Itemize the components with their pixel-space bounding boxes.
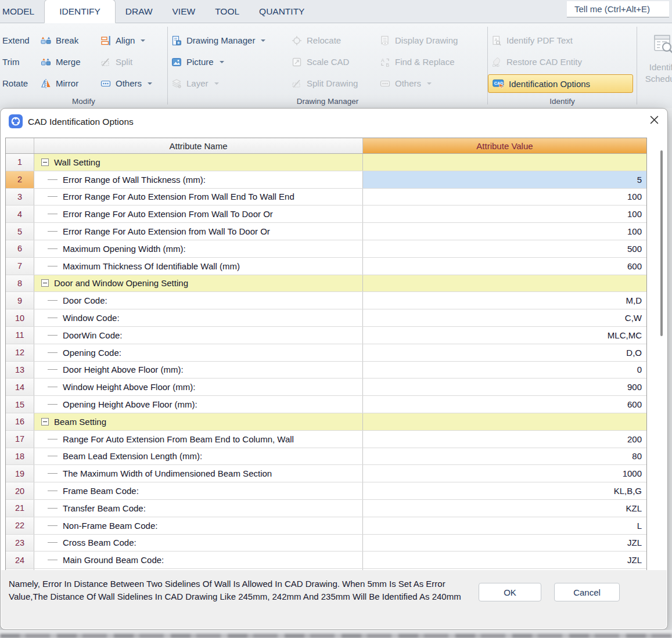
row-number-cell[interactable]: 15: [6, 396, 34, 413]
identify-schedule-button[interactable]: Identify Schedule: [639, 30, 672, 105]
close-button[interactable]: [646, 113, 662, 129]
attribute-value-cell[interactable]: 600: [363, 258, 646, 275]
row-number-cell[interactable]: 4: [6, 206, 34, 222]
row-number-cell[interactable]: 18: [6, 448, 34, 465]
display-drawing-button[interactable]: Display Drawing: [376, 30, 482, 51]
find-replace-button[interactable]: ABFind & Replace: [376, 51, 482, 73]
attribute-value-cell[interactable]: 100: [363, 206, 646, 222]
attribute-name-cell[interactable]: Error Range For Auto Extension From Wall…: [34, 189, 363, 206]
mirror-button[interactable]: Mirror: [37, 73, 97, 94]
row-number-cell[interactable]: 10: [6, 309, 34, 326]
collapse-toggle-icon[interactable]: [41, 279, 49, 287]
attribute-value-cell[interactable]: MLC,MC: [363, 327, 646, 344]
row-number-cell[interactable]: 22: [6, 517, 34, 534]
attribute-value-cell[interactable]: [363, 275, 646, 292]
attribute-name-cell[interactable]: Maximum Thickness Of Identifiable Wall (…: [34, 258, 363, 275]
attribute-name-cell[interactable]: Frame Beam Code:: [34, 482, 363, 499]
row-number-cell[interactable]: 17: [6, 431, 34, 448]
attribute-value-cell[interactable]: M,D: [363, 292, 646, 309]
row-number-cell[interactable]: 5: [6, 223, 34, 240]
row-number-cell[interactable]: 2: [6, 171, 34, 188]
picture-button[interactable]: Picture: [168, 51, 288, 73]
row-number-cell[interactable]: 16: [6, 413, 34, 430]
attribute-name-cell[interactable]: Beam Lead Extension Length (mm):: [34, 448, 363, 465]
tab-model[interactable]: MODEL: [0, 0, 44, 23]
tab-draw[interactable]: DRAW: [116, 0, 163, 23]
attribute-value-cell[interactable]: 600: [363, 396, 646, 413]
row-number-cell[interactable]: 9: [6, 292, 34, 309]
others-button[interactable]: Others: [376, 73, 482, 94]
row-number-cell[interactable]: 14: [6, 379, 34, 395]
attribute-value-cell[interactable]: L: [363, 517, 646, 534]
extend-button[interactable]: Extend: [0, 30, 37, 51]
attribute-name-cell[interactable]: Beam Setting: [34, 413, 363, 430]
scale-cad-button[interactable]: Scale CAD: [288, 51, 376, 73]
row-number-cell[interactable]: 13: [6, 362, 34, 379]
attribute-value-cell[interactable]: [363, 154, 646, 171]
vertical-scrollbar-thumb[interactable]: [660, 150, 663, 336]
collapse-toggle-icon[interactable]: [41, 158, 49, 166]
attribute-value-cell[interactable]: 100: [363, 223, 646, 240]
split-button[interactable]: Split: [97, 51, 165, 73]
tell-me-search-input[interactable]: Tell me (Ctrl+Alt+E): [567, 1, 669, 17]
break-button[interactable]: Break: [37, 30, 97, 51]
attribute-name-cell[interactable]: Door Height Above Floor (mm):: [34, 362, 363, 379]
row-number-cell[interactable]: 6: [6, 240, 34, 257]
trim-button[interactable]: Trim: [0, 51, 37, 73]
attribute-value-cell[interactable]: [363, 413, 646, 430]
attribute-value-cell[interactable]: 200: [363, 431, 646, 448]
attribute-value-cell[interactable]: 80: [363, 448, 646, 465]
attribute-name-cell[interactable]: DoorWin Code:: [34, 327, 363, 344]
relocate-button[interactable]: Relocate: [288, 30, 376, 51]
attribute-value-cell[interactable]: 1000: [363, 465, 646, 482]
row-number-cell[interactable]: 21: [6, 500, 34, 517]
align-button[interactable]: Align: [97, 30, 165, 51]
attribute-name-cell[interactable]: Cross Beam Code:: [34, 535, 363, 552]
row-number-cell[interactable]: 11: [6, 327, 34, 344]
attribute-name-cell[interactable]: The Maximum Width of Undimensioned Beam …: [34, 465, 363, 482]
attribute-name-cell[interactable]: Door and Window Opening Setting: [34, 275, 363, 292]
row-number-cell[interactable]: 1: [6, 154, 34, 171]
attribute-name-cell[interactable]: Range For Auto Extension From Beam End t…: [34, 431, 363, 448]
others-button[interactable]: Others: [97, 73, 165, 94]
attribute-name-cell[interactable]: Error Range For Auto Extension From Wall…: [34, 206, 363, 222]
collapse-toggle-icon[interactable]: [41, 418, 49, 426]
attribute-name-cell[interactable]: Window Height Above Floor (mm):: [34, 379, 363, 395]
tab-tool[interactable]: TOOL: [205, 0, 249, 23]
attribute-name-cell[interactable]: Maximum Opening Width (mm):: [34, 240, 363, 257]
attribute-name-cell[interactable]: Window Code:: [34, 309, 363, 326]
restore-cad-entity-button[interactable]: CADRestore CAD Entity: [488, 51, 633, 73]
attribute-name-cell[interactable]: Error Range For Auto Extension from Wall…: [34, 223, 363, 240]
row-number-cell[interactable]: 7: [6, 258, 34, 275]
attribute-value-cell[interactable]: 0: [363, 362, 646, 379]
attribute-value-cell[interactable]: C,W: [363, 309, 646, 326]
row-number-cell[interactable]: 12: [6, 344, 34, 361]
attribute-name-cell[interactable]: Wall Setting: [34, 154, 363, 171]
layer-button[interactable]: Layer: [168, 73, 288, 94]
cancel-button[interactable]: Cancel: [554, 583, 620, 601]
split-drawing-button[interactable]: Split Drawing: [288, 73, 376, 94]
attribute-value-cell[interactable]: KL,B,G: [363, 482, 646, 499]
attribute-value-cell[interactable]: KZL: [363, 500, 646, 517]
attribute-name-cell[interactable]: Opening Height Above Floor (mm):: [34, 396, 363, 413]
attribute-value-cell[interactable]: JZL: [363, 552, 646, 568]
attribute-value-cell[interactable]: 100: [363, 189, 646, 206]
attribute-value-cell[interactable]: 5: [363, 171, 646, 188]
attribute-value-cell[interactable]: 500: [363, 240, 646, 257]
tab-view[interactable]: VIEW: [163, 0, 206, 23]
drawing-manager-button[interactable]: Drawing Manager: [168, 30, 288, 51]
attribute-name-cell[interactable]: Door Code:: [34, 292, 363, 309]
tab-identify[interactable]: IDENTIFY: [44, 0, 116, 23]
attribute-value-cell[interactable]: 900: [363, 379, 646, 395]
merge-button[interactable]: Merge: [37, 51, 97, 73]
row-number-cell[interactable]: 23: [6, 535, 34, 552]
attribute-name-cell[interactable]: Non-Frame Beam Code:: [34, 517, 363, 534]
attribute-name-cell[interactable]: Transfer Beam Code:: [34, 500, 363, 517]
attribute-value-cell[interactable]: JZL: [363, 535, 646, 552]
identification-options-button[interactable]: CADIdentification Options: [488, 74, 633, 93]
row-number-cell[interactable]: 3: [6, 189, 34, 206]
row-number-cell[interactable]: 20: [6, 482, 34, 499]
tab-quantity[interactable]: QUANTITY: [249, 0, 314, 23]
row-number-cell[interactable]: 19: [6, 465, 34, 482]
ok-button[interactable]: OK: [479, 583, 541, 601]
